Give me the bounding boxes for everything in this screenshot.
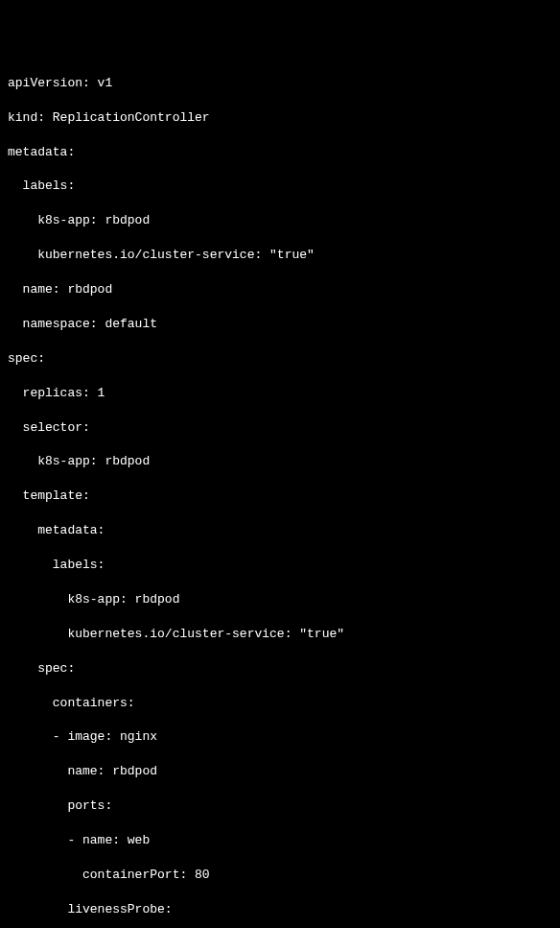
yaml-line: k8s-app: rbdpod (8, 453, 552, 470)
yaml-line: kubernetes.io/cluster-service: "true" (8, 626, 552, 643)
yaml-line: k8s-app: rbdpod (8, 212, 552, 229)
yaml-line: metadata: (8, 144, 552, 161)
yaml-line: selector: (8, 419, 552, 437)
yaml-line: kubernetes.io/cluster-service: "true" (8, 247, 552, 264)
yaml-line: kind: ReplicationController (8, 109, 552, 127)
yaml-line: name: rbdpod (8, 763, 552, 780)
yaml-line: name: rbdpod (8, 281, 552, 298)
yaml-line: - name: web (8, 832, 552, 849)
yaml-line: - image: nginx (8, 728, 552, 746)
yaml-line: replicas: 1 (8, 385, 552, 402)
yaml-line: apiVersion: v1 (8, 75, 552, 92)
yaml-line: spec: (8, 350, 552, 368)
yaml-line: k8s-app: rbdpod (8, 591, 552, 608)
yaml-line: livenessProbe: (8, 901, 552, 918)
yaml-line: labels: (8, 178, 552, 195)
yaml-line: labels: (8, 557, 552, 574)
yaml-line: namespace: default (8, 316, 552, 333)
yaml-line: containers: (8, 695, 552, 712)
yaml-line: containerPort: 80 (8, 867, 552, 884)
yaml-line: metadata: (8, 522, 552, 539)
yaml-line: ports: (8, 797, 552, 815)
yaml-line: template: (8, 488, 552, 505)
yaml-line: spec: (8, 660, 552, 678)
